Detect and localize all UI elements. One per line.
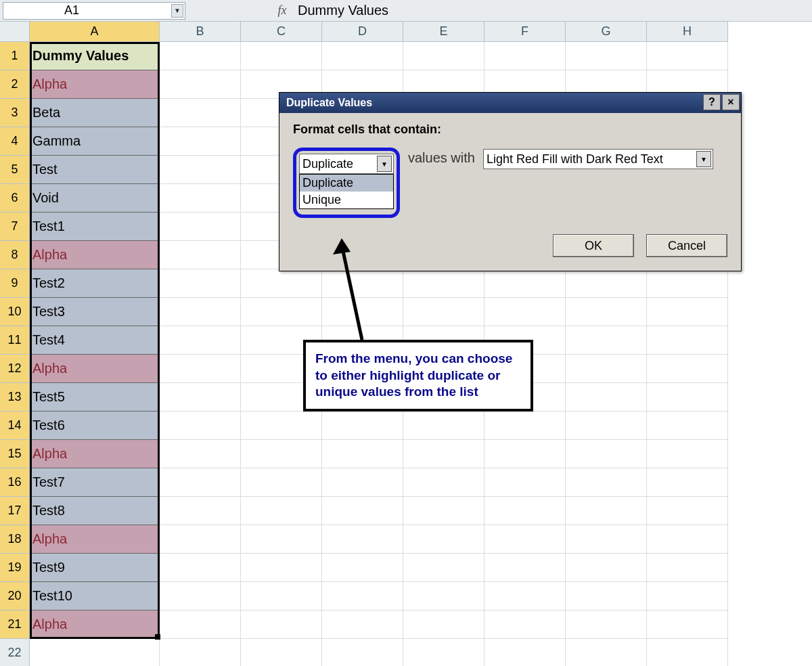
type-option-unique[interactable]: Unique (300, 192, 393, 208)
cell[interactable] (160, 412, 241, 440)
cell[interactable] (647, 298, 728, 326)
cell[interactable] (484, 440, 566, 468)
cell[interactable] (403, 497, 484, 525)
cell[interactable] (484, 412, 566, 440)
dialog-close-button[interactable]: × (722, 94, 740, 110)
cell[interactable] (566, 554, 647, 582)
cell[interactable] (403, 554, 484, 582)
row-header[interactable]: 8 (0, 241, 30, 269)
cell[interactable] (647, 610, 728, 639)
cell[interactable] (647, 412, 728, 440)
cell[interactable] (241, 42, 322, 70)
cell[interactable] (160, 582, 241, 610)
cell[interactable]: Alpha (30, 355, 160, 383)
cell[interactable] (484, 639, 566, 666)
cell[interactable] (30, 639, 160, 666)
cell[interactable] (160, 156, 241, 184)
cell[interactable] (566, 326, 647, 355)
cancel-button[interactable]: Cancel (646, 234, 727, 257)
cell[interactable] (647, 554, 728, 582)
cell[interactable] (484, 525, 566, 554)
cell[interactable] (241, 412, 322, 440)
row-header[interactable]: 12 (0, 355, 30, 383)
cell[interactable] (484, 497, 566, 525)
cell[interactable] (322, 42, 403, 70)
dialog-help-button[interactable]: ? (703, 94, 721, 110)
cell[interactable] (322, 639, 403, 666)
cell[interactable] (322, 269, 403, 298)
cell[interactable] (403, 412, 484, 440)
cell[interactable] (160, 127, 241, 156)
row-header[interactable]: 4 (0, 127, 30, 156)
cell[interactable] (647, 383, 728, 412)
cell[interactable] (647, 355, 728, 383)
cell[interactable] (241, 525, 322, 554)
chevron-down-icon[interactable]: ▼ (696, 151, 711, 167)
cell[interactable]: Dummy Values (30, 42, 160, 70)
row-header[interactable]: 16 (0, 468, 30, 497)
row-header[interactable]: 18 (0, 525, 30, 554)
ok-button[interactable]: OK (553, 234, 634, 257)
cell[interactable]: Test6 (30, 412, 160, 440)
cell[interactable] (160, 383, 241, 412)
cell[interactable] (403, 639, 484, 666)
cell[interactable] (160, 355, 241, 383)
row-header[interactable]: 22 (0, 639, 30, 666)
cell[interactable] (160, 298, 241, 326)
cell[interactable]: Test9 (30, 554, 160, 582)
cell[interactable] (403, 468, 484, 497)
row-header[interactable]: 5 (0, 156, 30, 184)
cell[interactable] (647, 42, 728, 70)
cell[interactable] (322, 582, 403, 610)
cell[interactable] (160, 468, 241, 497)
cell[interactable] (647, 639, 728, 666)
cell[interactable] (566, 355, 647, 383)
cell[interactable] (160, 42, 241, 70)
cell[interactable] (322, 440, 403, 468)
cell[interactable] (160, 99, 241, 127)
cell[interactable] (322, 610, 403, 639)
cell[interactable] (484, 582, 566, 610)
cell[interactable] (241, 468, 322, 497)
cell[interactable] (241, 440, 322, 468)
cell[interactable] (484, 42, 566, 70)
cell[interactable] (322, 412, 403, 440)
cell[interactable] (647, 269, 728, 298)
cell[interactable] (160, 70, 241, 99)
formula-value[interactable]: Dummy Values (298, 3, 388, 18)
column-header[interactable]: F (484, 22, 566, 42)
format-combo[interactable]: Light Red Fill with Dark Red Text ▼ (483, 149, 713, 169)
cell[interactable] (647, 440, 728, 468)
cell[interactable] (403, 440, 484, 468)
cell[interactable] (484, 298, 566, 326)
cell[interactable]: Alpha (30, 525, 160, 554)
type-combo[interactable]: Duplicate ▼ (299, 154, 394, 174)
type-option-duplicate[interactable]: Duplicate (300, 175, 393, 192)
cell[interactable] (160, 241, 241, 269)
row-header[interactable]: 20 (0, 582, 30, 610)
cell[interactable] (647, 326, 728, 355)
cell[interactable] (566, 440, 647, 468)
cell[interactable]: Test4 (30, 326, 160, 355)
column-header[interactable]: G (566, 22, 647, 42)
row-header[interactable]: 2 (0, 70, 30, 99)
cell[interactable] (160, 184, 241, 213)
cell[interactable] (160, 213, 241, 241)
cell[interactable] (566, 610, 647, 639)
cell[interactable] (241, 554, 322, 582)
cell[interactable] (322, 554, 403, 582)
cell[interactable] (160, 610, 241, 639)
cell[interactable] (241, 639, 322, 666)
cell[interactable] (566, 497, 647, 525)
cell[interactable] (241, 269, 322, 298)
cell[interactable] (566, 383, 647, 412)
row-header[interactable]: 7 (0, 213, 30, 241)
cell[interactable] (647, 582, 728, 610)
fx-icon[interactable]: fx (273, 3, 291, 18)
cell[interactable] (403, 42, 484, 70)
cell[interactable]: Beta (30, 99, 160, 127)
row-header[interactable]: 14 (0, 412, 30, 440)
row-header[interactable]: 19 (0, 554, 30, 582)
row-header[interactable]: 6 (0, 184, 30, 213)
cell[interactable]: Test7 (30, 468, 160, 497)
